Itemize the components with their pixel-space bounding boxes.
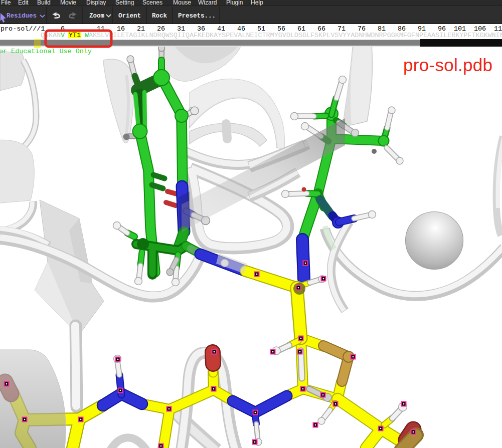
svg-text:V: V [61,32,65,39]
svg-text:File: File [1,0,11,6]
svg-text:Zoom: Zoom [89,13,105,20]
svg-text:pro-sol.pdb: pro-sol.pdb [403,55,492,75]
svg-text:Scenes: Scenes [142,0,162,6]
svg-text:Plugin: Plugin [226,0,243,6]
svg-text:Display: Display [86,0,106,6]
svg-text:Build: Build [37,0,51,6]
svg-text:Help: Help [251,0,263,6]
svg-text:QNKAN: QNKAN [41,32,61,39]
svg-text:or Educational Use Only: or Educational Use Only [0,48,92,55]
svg-text:Mouse: Mouse [173,0,191,6]
svg-text:Wizard: Wizard [198,0,217,6]
svg-text:Setting: Setting [115,0,134,6]
svg-text:Presets...: Presets... [178,13,216,20]
svg-text:/pro-sol///1: /pro-sol///1 [0,25,45,33]
svg-text:Rock: Rock [152,13,168,20]
svg-text:Edit: Edit [18,0,29,6]
svg-text:YT1: YT1 [69,32,81,39]
svg-text:Residues: Residues [7,13,37,20]
svg-text:Orient: Orient [118,13,141,20]
svg-text:AKSLVRILETAGIKLNDRQWSQIIQAFKED: AKSLVRILETAGIKLNDRQWSQIIQAFKEDKAYSPEVALN… [89,32,502,39]
svg-text:Movie: Movie [60,0,76,6]
